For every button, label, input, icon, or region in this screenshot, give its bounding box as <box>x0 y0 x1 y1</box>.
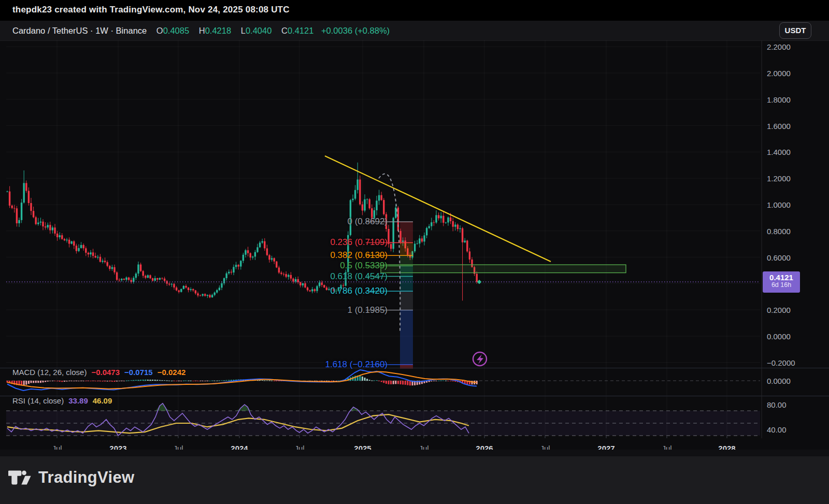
high-value: 0.4218 <box>205 26 231 35</box>
low-label: L0.4040 <box>241 26 272 35</box>
fib-level-label: 0.382 (0.6130) <box>330 250 388 261</box>
fib-level-label: 0 (0.8692) <box>348 217 388 227</box>
symbol-bar: Cardano / TetherUS · 1W · Binance O0.408… <box>0 21 829 41</box>
rsi-legend: RSI (14, close)33.8946.09 <box>12 396 112 405</box>
tradingview-logo[interactable]: TradingView <box>8 467 134 488</box>
macd-value-1: −0.0715 <box>124 368 153 377</box>
price-axis-label[interactable]: 2.0000 <box>767 69 791 78</box>
fib-level-label: 1.618 (−0.2160) <box>325 359 388 369</box>
price-axis-label[interactable]: 1.2000 <box>767 174 791 183</box>
fib-level-label: 0.5 (0.5339) <box>340 261 388 271</box>
macd-zero-axis-label[interactable]: 0.0000 <box>767 377 791 385</box>
rsi-value-1: 46.09 <box>93 396 112 405</box>
price-axis-label[interactable]: 1.0000 <box>767 200 791 209</box>
rsi-axis-label[interactable]: 40.00 <box>767 425 787 434</box>
tradingview-logo-text: TradingView <box>38 468 134 487</box>
price-axis-label[interactable]: 2.2000 <box>767 42 791 51</box>
fib-level-label: 0.618 (0.4547) <box>330 271 388 281</box>
macd-value-0: −0.0473 <box>91 368 120 377</box>
footer: TradingView <box>0 450 829 504</box>
chart-container[interactable]: Cardano / TetherUS · 1W · Binance O0.408… <box>0 21 829 450</box>
price-axis-label[interactable]: 1.6000 <box>767 121 791 130</box>
fib-level-label: 0.786 (0.3420) <box>330 286 388 296</box>
open-value: 0.4085 <box>163 26 189 35</box>
rsi-title: RSI (14, close) <box>12 396 64 405</box>
price-axis-label[interactable]: 0.8000 <box>767 226 791 235</box>
fib-level-label: 1 (0.1985) <box>348 305 388 315</box>
tradingview-snapshot: thepdk23 created with TradingView.com, N… <box>0 0 829 504</box>
last-price-badge: 0.4121 6d 16h <box>763 271 800 293</box>
open-label: O0.4085 <box>156 26 189 35</box>
rsi-axis-label[interactable]: 80.00 <box>767 400 787 409</box>
close-label: C0.4121 <box>281 26 313 35</box>
fib-level-label: 0.236 (0.7109) <box>330 237 388 248</box>
close-value: 0.4121 <box>288 26 313 35</box>
macd-title: MACD (12, 26, close) <box>12 368 87 377</box>
macd-value-2: −0.0242 <box>158 368 186 377</box>
tradingview-logo-icon <box>8 467 32 488</box>
rsi-value-0: 33.89 <box>68 396 88 405</box>
price-chart-canvas[interactable] <box>0 40 829 438</box>
price-axis-label[interactable]: 1.4000 <box>767 148 791 156</box>
price-axis-label[interactable]: 0.0000 <box>767 332 791 341</box>
last-price-value: 0.4121 <box>763 273 800 282</box>
footer-divider <box>0 450 829 456</box>
high-label: H0.4218 <box>199 26 231 35</box>
price-axis-label[interactable]: 0.6000 <box>767 253 791 262</box>
price-axis-label[interactable]: 0.2000 <box>767 306 791 314</box>
change-value: +0.0036 (+0.88%) <box>321 26 390 35</box>
symbol-title[interactable]: Cardano / TetherUS · 1W · Binance <box>12 26 147 35</box>
currency-toggle-button[interactable]: USDT <box>779 22 811 39</box>
price-axis-label[interactable]: 1.8000 <box>767 95 791 104</box>
low-value: 0.4040 <box>246 26 271 35</box>
attribution-bar: thepdk23 created with TradingView.com, N… <box>0 0 829 21</box>
macd-legend: MACD (12, 26, close)−0.0473−0.0715−0.024… <box>12 368 185 377</box>
bar-countdown: 6d 16h <box>763 281 800 289</box>
attribution-text: thepdk23 created with TradingView.com, N… <box>12 5 290 15</box>
price-axis-label[interactable]: −0.2000 <box>767 358 795 367</box>
